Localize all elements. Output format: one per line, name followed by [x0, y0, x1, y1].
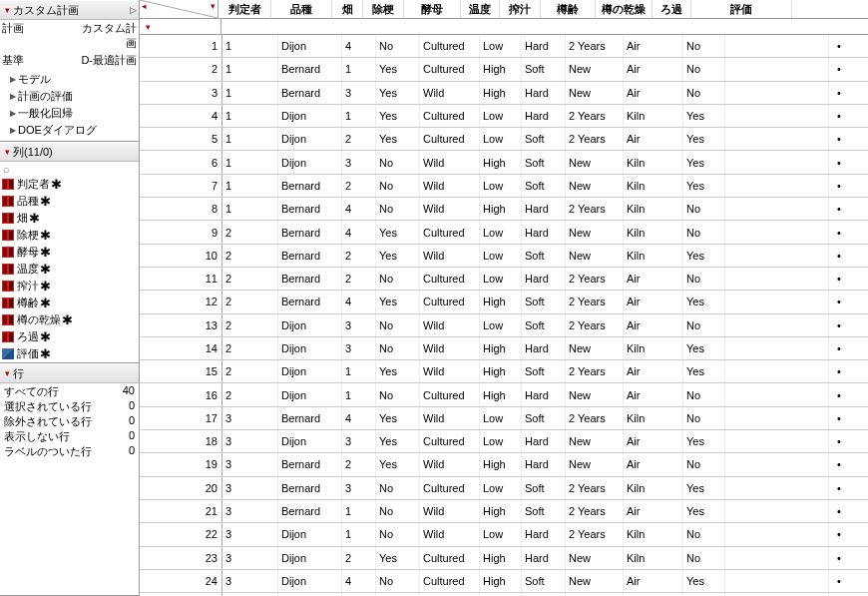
cell[interactable]: Yes: [683, 105, 725, 127]
cell[interactable]: Soft: [522, 360, 566, 382]
cell[interactable]: 3: [222, 477, 278, 499]
cell[interactable]: Air: [624, 430, 683, 452]
column-item[interactable]: 温度✱: [0, 261, 139, 278]
cell[interactable]: [725, 82, 829, 104]
row-number[interactable]: 11: [140, 268, 222, 290]
cell[interactable]: High: [480, 360, 522, 382]
cell[interactable]: [725, 337, 829, 359]
column-header[interactable]: 品種: [271, 0, 332, 18]
cell[interactable]: New: [566, 337, 624, 359]
cell[interactable]: High: [480, 198, 522, 220]
row-filter-corner[interactable]: ▾: [140, 19, 221, 34]
rows-stat[interactable]: 表示しない行0: [2, 429, 137, 444]
cell[interactable]: 1: [342, 360, 376, 382]
cell[interactable]: Hard: [522, 82, 566, 104]
cell[interactable]: Hard: [522, 547, 566, 569]
cell[interactable]: Air: [624, 35, 683, 57]
cell[interactable]: 2: [222, 268, 278, 290]
cell[interactable]: Dijon: [278, 337, 342, 359]
cell[interactable]: 2 Years: [566, 35, 624, 57]
cell[interactable]: Kiln: [624, 221, 683, 243]
cell[interactable]: Soft: [522, 291, 566, 312]
cell[interactable]: Bernard: [278, 175, 342, 197]
cell[interactable]: Air: [624, 58, 683, 80]
rows-stat[interactable]: すべての行40: [2, 384, 137, 399]
row-number[interactable]: 19: [140, 453, 222, 475]
cell[interactable]: 2 Years: [566, 500, 624, 522]
row-number[interactable]: 2: [140, 58, 222, 80]
cell[interactable]: 4: [342, 291, 376, 312]
cell[interactable]: Cultured: [420, 105, 480, 127]
cell[interactable]: New: [566, 570, 624, 592]
cell[interactable]: [725, 523, 829, 545]
cell[interactable]: Soft: [522, 175, 566, 197]
cell[interactable]: Wild: [420, 500, 480, 522]
cell[interactable]: 2: [342, 245, 376, 267]
cell[interactable]: No: [376, 175, 420, 197]
cell[interactable]: 3: [222, 523, 278, 545]
cell[interactable]: Yes: [683, 291, 725, 312]
cell[interactable]: [725, 175, 829, 197]
tree-item[interactable]: ▶DOEダイアログ: [0, 122, 139, 139]
cell[interactable]: [725, 547, 829, 569]
cell[interactable]: No: [376, 383, 420, 405]
column-header[interactable]: 判定者: [218, 0, 271, 18]
cell[interactable]: Hard: [522, 383, 566, 405]
grid-corner[interactable]: ◂ ▾: [140, 0, 218, 18]
cell[interactable]: No: [376, 570, 420, 592]
row-number[interactable]: 5: [140, 128, 222, 150]
column-header[interactable]: 酵母: [404, 0, 461, 18]
cell[interactable]: 3: [222, 407, 278, 429]
cell[interactable]: No: [376, 268, 420, 290]
column-item[interactable]: 樽齢✱: [0, 295, 139, 311]
cell[interactable]: 4: [342, 35, 376, 57]
cell[interactable]: Kiln: [624, 175, 683, 197]
cell[interactable]: New: [566, 245, 624, 267]
cell[interactable]: Yes: [683, 151, 725, 173]
cell[interactable]: Dijon: [278, 314, 342, 336]
column-header[interactable]: 除梗: [363, 0, 404, 18]
cell[interactable]: Yes: [376, 407, 420, 429]
cell[interactable]: 2: [342, 268, 376, 290]
cell[interactable]: Hard: [522, 523, 566, 545]
row-number[interactable]: 16: [140, 383, 222, 405]
cell[interactable]: Yes: [683, 570, 725, 592]
cell[interactable]: 1: [222, 105, 278, 127]
cell[interactable]: No: [683, 523, 725, 545]
disclosure-icon[interactable]: ▾: [2, 5, 12, 15]
column-header[interactable]: 温度: [461, 0, 500, 18]
cell[interactable]: 2: [222, 383, 278, 405]
panel-columns-header[interactable]: ▾ 列(11/0): [0, 142, 139, 162]
column-item[interactable]: 判定者✱: [0, 176, 139, 193]
cell[interactable]: Wild: [420, 198, 480, 220]
cell[interactable]: No: [683, 58, 725, 80]
cell[interactable]: Soft: [522, 58, 566, 80]
cell[interactable]: 3: [222, 547, 278, 569]
cell[interactable]: Wild: [420, 151, 480, 173]
cell[interactable]: 4: [342, 198, 376, 220]
cell[interactable]: Kiln: [624, 105, 683, 127]
cell[interactable]: 2: [222, 360, 278, 382]
cell[interactable]: Yes: [376, 82, 420, 104]
cell[interactable]: No: [683, 268, 725, 290]
cell[interactable]: Yes: [683, 175, 725, 197]
cell[interactable]: Air: [624, 383, 683, 405]
cell[interactable]: Hard: [522, 105, 566, 127]
cell[interactable]: Kiln: [624, 523, 683, 545]
cell[interactable]: Yes: [376, 547, 420, 569]
row-number[interactable]: 4: [140, 105, 222, 127]
cell[interactable]: [725, 268, 829, 290]
cell[interactable]: Dijon: [278, 547, 342, 569]
column-item[interactable]: 酵母✱: [0, 244, 139, 261]
column-header[interactable]: ろ過: [652, 0, 691, 18]
cell[interactable]: No: [683, 314, 725, 336]
cell[interactable]: 1: [222, 198, 278, 220]
cell[interactable]: Wild: [420, 337, 480, 359]
cell[interactable]: No: [683, 35, 725, 57]
cell[interactable]: 1: [342, 500, 376, 522]
cell[interactable]: 1: [222, 151, 278, 173]
cell[interactable]: Cultured: [420, 58, 480, 80]
cell[interactable]: No: [376, 314, 420, 336]
cell[interactable]: 2: [222, 291, 278, 312]
cell[interactable]: Bernard: [278, 453, 342, 475]
